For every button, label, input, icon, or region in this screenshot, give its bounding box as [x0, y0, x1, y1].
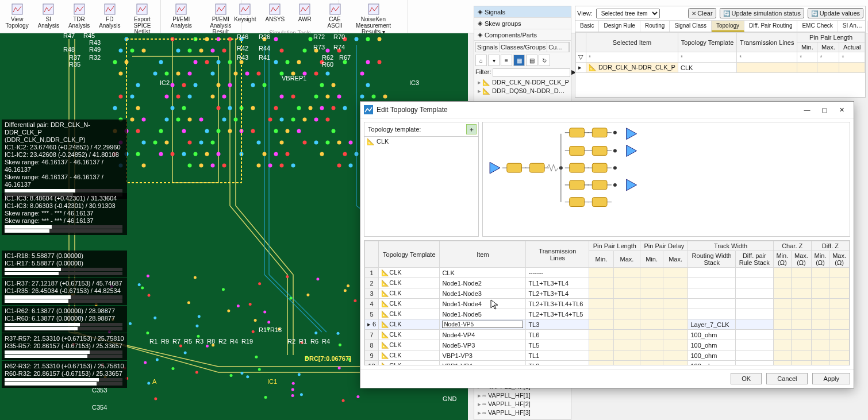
svg-point-156 [349, 141, 353, 145]
list-icon[interactable]: ≡ [501, 55, 512, 66]
svg-point-146 [165, 141, 169, 145]
svg-text:A: A [152, 378, 157, 385]
constraint-tab[interactable]: Topology [712, 21, 744, 32]
svg-point-74 [217, 83, 221, 87]
constraint-tab[interactable]: Basic [575, 21, 599, 32]
tree-item[interactable]: ▸⎓ VAPPLL_HF[3] [477, 409, 571, 417]
apply-button[interactable]: Apply [812, 373, 850, 384]
svg-point-194 [356, 395, 359, 398]
svg-point-117 [199, 118, 203, 122]
ribbon-button[interactable]: FD Analysis [97, 1, 123, 36]
filter-icon[interactable]: ▽ [576, 52, 586, 63]
svg-point-137 [274, 129, 278, 133]
home-icon[interactable]: ⌂ [475, 55, 487, 66]
svg-point-103 [251, 106, 255, 110]
topology-row[interactable]: 4📐CLKNode1-Node4TL2+TL3+TL4+TL6 [365, 299, 850, 309]
constraint-tab[interactable]: EMC Check [797, 21, 838, 32]
svg-point-249 [147, 275, 149, 278]
svg-rect-350 [592, 198, 607, 207]
tree-item[interactable]: ▸📐 DDR_DQS0_N-DDR_D… [477, 87, 571, 95]
topology-row[interactable]: 8📐CLKNode5-VP3TL5100_ohm [365, 340, 850, 350]
svg-point-34 [222, 49, 226, 53]
svg-point-162 [171, 152, 175, 156]
svg-point-91 [326, 95, 330, 99]
signals-tab[interactable]: ◈Signals [474, 6, 571, 18]
tree-item[interactable]: ▸📐 DDR_CLK_N-DDR_CLK_P [477, 78, 571, 87]
svg-point-164 [194, 152, 198, 156]
topology-row[interactable]: 1📐CLKCLK------- [365, 268, 850, 278]
tree-item[interactable]: ▸⎓ VAPPLL_HF[1] [477, 391, 571, 400]
filter-input[interactable] [493, 68, 570, 77]
svg-point-108 [332, 106, 336, 110]
maximize-button[interactable]: ▢ [816, 104, 833, 115]
topology-row[interactable]: 7📐CLKNode4-VP4TL6100_ohm [365, 330, 850, 340]
group-icon[interactable]: ▦ [513, 55, 525, 66]
svg-marker-316 [490, 162, 500, 174]
topology-row[interactable]: 2📐CLKNode1-Node2TL1+TL3+TL4 [365, 278, 850, 288]
minimize-button[interactable]: — [798, 104, 816, 115]
svg-point-112 [130, 118, 135, 122]
svg-point-187 [349, 164, 353, 168]
svg-point-33 [211, 49, 215, 53]
ribbon-button[interactable]: TDR Analysis [65, 1, 93, 36]
svg-point-248 [254, 319, 257, 322]
filter-cell[interactable] [589, 55, 675, 61]
filter-cell[interactable] [842, 55, 862, 61]
ok-button[interactable]: OK [731, 373, 762, 384]
constraint-tab[interactable]: Diff. Pair Routing [744, 21, 797, 32]
update-sim-button[interactable]: 🔄 Update simulation status [720, 8, 804, 18]
item-edit-input[interactable] [442, 321, 523, 328]
topology-grid[interactable]: Topology Template Item Transmission Line… [364, 240, 850, 365]
add-template-button[interactable]: ＋ [466, 124, 477, 134]
overlay-block: R37-R57: 21.53310 (+0.67153) / 25.75810R… [2, 333, 127, 360]
cancel-button[interactable]: Cancel [766, 373, 808, 384]
constraint-tab[interactable]: Signal Class [670, 21, 712, 32]
filter-cell[interactable] [739, 55, 794, 61]
svg-rect-5 [176, 4, 186, 14]
tree-item[interactable]: ▸⎓ VAPPLL_HF[2] [477, 400, 571, 409]
constraint-tab[interactable]: Design Rule [599, 21, 640, 32]
template-item[interactable]: 📐 CLK [364, 137, 478, 147]
ribbon-button[interactable]: ANSYS [262, 1, 288, 30]
svg-text:R18: R18 [270, 326, 282, 333]
svg-point-355 [613, 149, 617, 153]
update-values-button[interactable]: 🔄 Update values [808, 8, 863, 18]
constraint-row[interactable]: ▸ 📐 DDR_CLK_N-DDR_CLK_P CLK [576, 63, 865, 73]
signals-tab[interactable]: ◈Components/Parts [474, 29, 571, 41]
filter-cell[interactable] [681, 55, 734, 61]
svg-point-114 [165, 118, 169, 122]
close-button[interactable]: ✕ [833, 104, 850, 115]
ribbon-button[interactable]: Keysight [232, 1, 258, 30]
ribbon-button[interactable]: NoiseKen Measurement Results ▾ [351, 1, 396, 36]
topology-row[interactable]: 5📐CLKNode1-Node5TL2+TL3+TL4+TL5 [365, 309, 850, 319]
svg-point-231 [337, 332, 340, 335]
topology-canvas[interactable] [482, 122, 850, 237]
topology-row[interactable]: ▸ 6📐CLKTL3Layer_7_CLK [365, 319, 850, 330]
view-select[interactable]: Selected tree item [596, 9, 660, 18]
svg-point-131 [182, 129, 186, 133]
topology-row[interactable]: 9📐CLKVBP1-VP3TL1100_ohm [365, 350, 850, 361]
ribbon-button[interactable]: SI Analysis [35, 1, 62, 36]
svg-text:R49: R49 [89, 46, 101, 53]
filter-cell[interactable] [800, 55, 815, 61]
topology-row[interactable]: 3📐CLKNode1-Node3TL2+TL3+TL4 [365, 288, 850, 299]
topology-row[interactable]: 10📐CLKVBP1-VP4TL2100_ohm [365, 361, 850, 366]
refresh-icon[interactable]: ↻ [539, 55, 550, 66]
ribbon-button[interactable]: Export SPICE Netlist [126, 1, 158, 36]
constraint-grid[interactable]: Selected Item Topology Template Transmis… [575, 32, 865, 73]
svg-point-40 [113, 60, 117, 64]
svg-rect-335 [570, 163, 585, 172]
ribbon-button[interactable]: View Topology [2, 1, 32, 36]
svg-point-259 [338, 367, 341, 369]
constraint-tab[interactable]: SI An… [838, 21, 867, 32]
ribbon-button[interactable]: AWR [291, 1, 318, 30]
constraint-tab[interactable]: Routing [640, 21, 670, 32]
expand-icon[interactable]: ▾ [488, 55, 500, 66]
svg-rect-3 [105, 4, 115, 14]
signals-icon: ◈ [478, 8, 482, 16]
clear-button[interactable]: ✕ Clear [688, 8, 716, 18]
tree-icon[interactable]: ▤ [526, 55, 537, 66]
signals-tab[interactable]: ◈Skew groups [474, 18, 571, 29]
filter-cell[interactable] [820, 55, 836, 61]
modal-titlebar[interactable]: Edit Topology Template — ▢ ✕ [360, 102, 854, 118]
